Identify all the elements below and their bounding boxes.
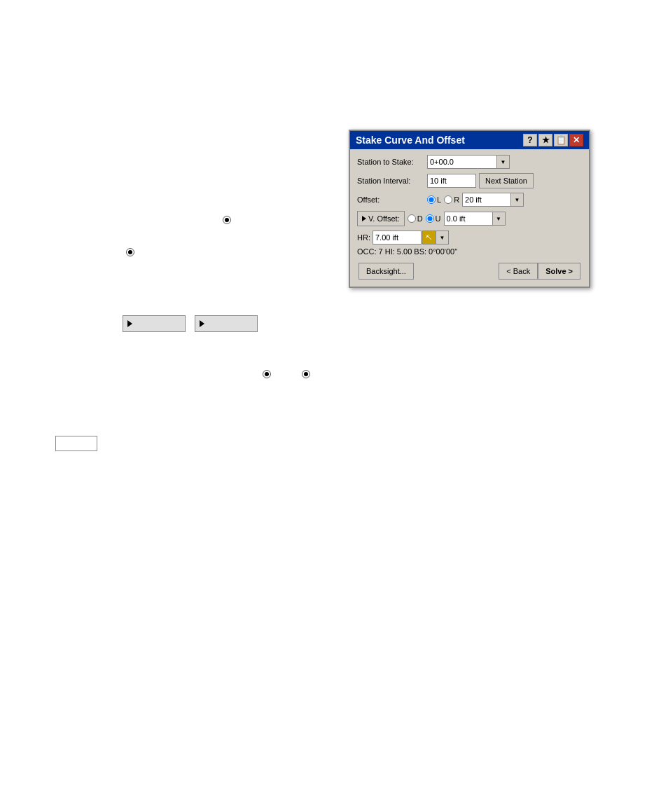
v-offset-value-input[interactable]: [444, 212, 493, 226]
station-to-stake-label: Station to Stake:: [357, 158, 427, 166]
canvas-radio-1[interactable]: [223, 216, 231, 224]
backsight-button[interactable]: Backsight...: [359, 263, 414, 280]
v-offset-D-radio[interactable]: [408, 214, 416, 223]
occ-info-text: OCC: 7 HI: 5.00 BS: 0°00'00": [357, 247, 457, 256]
offset-dropdown[interactable]: ▼: [511, 193, 524, 207]
station-to-stake-input[interactable]: [427, 155, 497, 169]
hr-icon: ⛏: [422, 230, 436, 245]
v-offset-dropdown[interactable]: ▼: [493, 212, 506, 226]
close-icon-btn[interactable]: ✕: [569, 134, 583, 146]
v-offset-button[interactable]: V. Offset:: [357, 211, 405, 226]
canvas-button-1[interactable]: [123, 315, 186, 332]
v-offset-row: V. Offset: D U ▼: [357, 211, 582, 226]
station-interval-row: Station Interval: Next Station: [357, 173, 582, 188]
offset-R-radio[interactable]: [444, 195, 452, 204]
station-to-stake-dropdown[interactable]: ▼: [497, 155, 510, 169]
v-offset-U-label[interactable]: U: [426, 214, 441, 223]
canvas-radio-4[interactable]: [302, 370, 310, 378]
canvas-box-1: [55, 436, 97, 451]
hr-dropdown[interactable]: ▼: [436, 230, 449, 245]
solve-button[interactable]: Solve >: [538, 263, 580, 280]
clipboard-icon-btn[interactable]: 📋: [554, 134, 568, 146]
stake-curve-dialog: Stake Curve And Offset ? ★ 📋 ✕ Station t…: [349, 130, 590, 288]
dialog-body: Station to Stake: ▼ Station Interval: Ne…: [350, 149, 589, 287]
v-offset-radio-group: D U: [408, 214, 441, 223]
occ-info-row: OCC: 7 HI: 5.00 BS: 0°00'00": [357, 247, 582, 256]
next-station-button[interactable]: Next Station: [479, 173, 534, 188]
back-button[interactable]: < Back: [499, 263, 538, 280]
offset-value-input[interactable]: [462, 193, 511, 207]
offset-row: Offset: L R ▼: [357, 193, 582, 207]
station-to-stake-row: Station to Stake: ▼: [357, 155, 582, 169]
hr-input[interactable]: [373, 230, 422, 245]
canvas-radio-2[interactable]: [126, 248, 134, 256]
star-icon-btn[interactable]: ★: [538, 134, 552, 146]
offset-label: Offset:: [357, 195, 427, 204]
v-offset-arrow-icon: [362, 216, 366, 221]
offset-R-label[interactable]: R: [444, 195, 459, 204]
station-interval-label: Station Interval:: [357, 177, 427, 185]
titlebar-icons: ? ★ 📋 ✕: [523, 134, 583, 146]
dialog-footer: Backsight... < Back Solve >: [357, 260, 582, 281]
offset-radio-group: L R: [427, 195, 459, 204]
dialog-titlebar: Stake Curve And Offset ? ★ 📋 ✕: [350, 131, 589, 149]
offset-L-radio[interactable]: [427, 195, 436, 204]
canvas-button-2[interactable]: [195, 315, 258, 332]
station-interval-input[interactable]: [427, 174, 476, 188]
hr-label: HR:: [357, 233, 370, 242]
canvas-radio-3[interactable]: [263, 370, 271, 378]
offset-L-label[interactable]: L: [427, 195, 441, 204]
hr-row: HR: ⛏ ▼: [357, 230, 582, 245]
v-offset-D-label[interactable]: D: [408, 214, 423, 223]
dialog-title: Stake Curve And Offset: [356, 135, 523, 146]
help-icon-btn[interactable]: ?: [523, 134, 537, 146]
v-offset-U-radio[interactable]: [426, 214, 434, 223]
